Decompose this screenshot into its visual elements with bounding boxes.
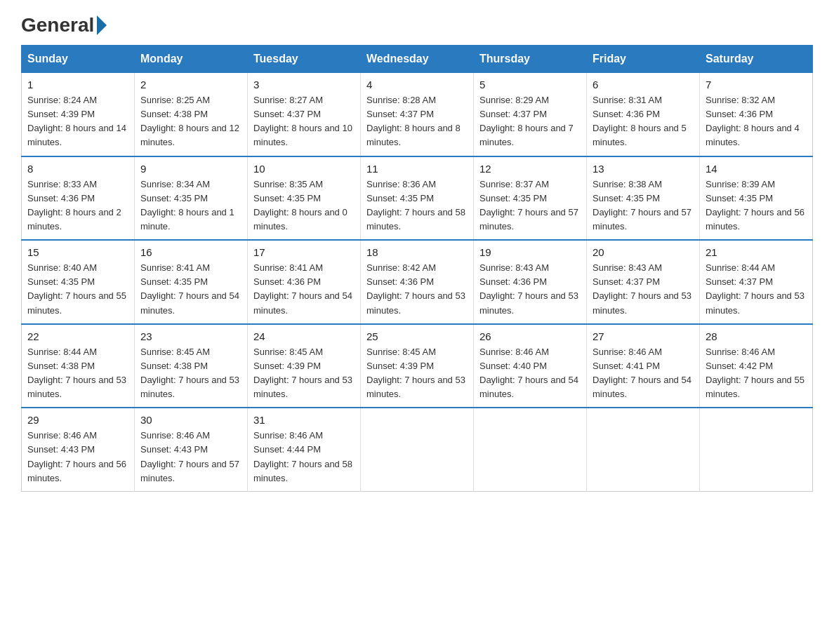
table-cell: 9 Sunrise: 8:34 AM Sunset: 4:35 PM Dayli…	[135, 156, 248, 241]
header-tuesday: Tuesday	[248, 46, 361, 73]
table-cell: 10 Sunrise: 8:35 AM Sunset: 4:35 PM Dayl…	[248, 156, 361, 241]
day-info: Sunrise: 8:43 AM Sunset: 4:36 PM Dayligh…	[479, 261, 581, 318]
day-number: 16	[140, 246, 241, 258]
day-number: 19	[479, 246, 581, 258]
table-cell: 12 Sunrise: 8:37 AM Sunset: 4:35 PM Dayl…	[474, 156, 587, 241]
table-cell: 17 Sunrise: 8:41 AM Sunset: 4:36 PM Dayl…	[248, 240, 361, 324]
table-cell: 15 Sunrise: 8:40 AM Sunset: 4:35 PM Dayl…	[22, 240, 135, 324]
day-number: 20	[593, 246, 694, 258]
table-cell: 24 Sunrise: 8:45 AM Sunset: 4:39 PM Dayl…	[248, 324, 361, 408]
day-info: Sunrise: 8:29 AM Sunset: 4:37 PM Dayligh…	[479, 93, 581, 150]
table-cell	[474, 408, 587, 491]
table-cell: 16 Sunrise: 8:41 AM Sunset: 4:35 PM Dayl…	[135, 240, 248, 324]
day-info: Sunrise: 8:37 AM Sunset: 4:35 PM Dayligh…	[479, 177, 581, 234]
day-info: Sunrise: 8:33 AM Sunset: 4:36 PM Dayligh…	[27, 177, 128, 234]
week-row-3: 15 Sunrise: 8:40 AM Sunset: 4:35 PM Dayl…	[22, 240, 813, 324]
day-info: Sunrise: 8:28 AM Sunset: 4:37 PM Dayligh…	[366, 93, 468, 150]
table-cell: 1 Sunrise: 8:24 AM Sunset: 4:39 PM Dayli…	[22, 73, 135, 156]
day-number: 28	[706, 330, 807, 342]
day-info: Sunrise: 8:44 AM Sunset: 4:38 PM Dayligh…	[27, 345, 128, 402]
table-cell: 11 Sunrise: 8:36 AM Sunset: 4:35 PM Dayl…	[361, 156, 474, 241]
day-number: 6	[593, 79, 694, 90]
table-cell: 2 Sunrise: 8:25 AM Sunset: 4:38 PM Dayli…	[135, 73, 248, 156]
header-friday: Friday	[587, 46, 700, 73]
day-number: 17	[253, 246, 355, 258]
day-info: Sunrise: 8:46 AM Sunset: 4:40 PM Dayligh…	[479, 345, 581, 402]
day-info: Sunrise: 8:42 AM Sunset: 4:36 PM Dayligh…	[366, 261, 468, 318]
day-number: 23	[140, 330, 241, 342]
table-cell: 6 Sunrise: 8:31 AM Sunset: 4:36 PM Dayli…	[587, 73, 700, 156]
calendar-table: SundayMondayTuesdayWednesdayThursdayFrid…	[21, 45, 813, 492]
table-cell: 21 Sunrise: 8:44 AM Sunset: 4:37 PM Dayl…	[700, 240, 813, 324]
day-number: 10	[253, 163, 355, 175]
week-row-5: 29 Sunrise: 8:46 AM Sunset: 4:43 PM Dayl…	[22, 408, 813, 491]
day-number: 26	[479, 330, 581, 342]
day-number: 21	[706, 246, 807, 258]
table-cell: 19 Sunrise: 8:43 AM Sunset: 4:36 PM Dayl…	[474, 240, 587, 324]
day-info: Sunrise: 8:45 AM Sunset: 4:38 PM Dayligh…	[140, 345, 241, 402]
day-number: 27	[593, 330, 694, 342]
day-number: 2	[140, 79, 241, 90]
day-info: Sunrise: 8:46 AM Sunset: 4:42 PM Dayligh…	[706, 345, 807, 402]
day-number: 11	[366, 163, 468, 175]
table-cell	[587, 408, 700, 491]
day-number: 7	[706, 79, 807, 90]
day-number: 15	[27, 246, 128, 258]
day-info: Sunrise: 8:36 AM Sunset: 4:35 PM Dayligh…	[366, 177, 468, 234]
calendar-header-row: SundayMondayTuesdayWednesdayThursdayFrid…	[22, 46, 813, 73]
logo-triangle-icon	[97, 15, 107, 35]
day-info: Sunrise: 8:25 AM Sunset: 4:38 PM Dayligh…	[140, 93, 241, 150]
table-cell	[361, 408, 474, 491]
day-info: Sunrise: 8:45 AM Sunset: 4:39 PM Dayligh…	[366, 345, 468, 402]
day-number: 3	[253, 79, 355, 90]
day-info: Sunrise: 8:41 AM Sunset: 4:35 PM Dayligh…	[140, 261, 241, 318]
table-cell: 20 Sunrise: 8:43 AM Sunset: 4:37 PM Dayl…	[587, 240, 700, 324]
day-number: 5	[479, 79, 581, 90]
day-number: 1	[27, 79, 128, 90]
day-number: 13	[593, 163, 694, 175]
week-row-4: 22 Sunrise: 8:44 AM Sunset: 4:38 PM Dayl…	[22, 324, 813, 408]
day-number: 18	[366, 246, 468, 258]
day-number: 30	[140, 414, 241, 426]
day-info: Sunrise: 8:27 AM Sunset: 4:37 PM Dayligh…	[253, 93, 355, 150]
day-info: Sunrise: 8:31 AM Sunset: 4:36 PM Dayligh…	[593, 93, 694, 150]
table-cell: 26 Sunrise: 8:46 AM Sunset: 4:40 PM Dayl…	[474, 324, 587, 408]
day-number: 29	[27, 414, 128, 426]
table-cell: 4 Sunrise: 8:28 AM Sunset: 4:37 PM Dayli…	[361, 73, 474, 156]
logo-general-text: General	[21, 14, 94, 36]
header-saturday: Saturday	[700, 46, 813, 73]
table-cell: 8 Sunrise: 8:33 AM Sunset: 4:36 PM Dayli…	[22, 156, 135, 241]
day-number: 24	[253, 330, 355, 342]
table-cell: 3 Sunrise: 8:27 AM Sunset: 4:37 PM Dayli…	[248, 73, 361, 156]
table-cell: 7 Sunrise: 8:32 AM Sunset: 4:36 PM Dayli…	[700, 73, 813, 156]
day-info: Sunrise: 8:43 AM Sunset: 4:37 PM Dayligh…	[593, 261, 694, 318]
header-thursday: Thursday	[474, 46, 587, 73]
day-number: 4	[366, 79, 468, 90]
day-info: Sunrise: 8:41 AM Sunset: 4:36 PM Dayligh…	[253, 261, 355, 318]
table-cell	[700, 408, 813, 491]
day-info: Sunrise: 8:24 AM Sunset: 4:39 PM Dayligh…	[27, 93, 128, 150]
week-row-2: 8 Sunrise: 8:33 AM Sunset: 4:36 PM Dayli…	[22, 156, 813, 241]
day-number: 12	[479, 163, 581, 175]
page-header: General	[21, 14, 813, 31]
day-number: 22	[27, 330, 128, 342]
day-info: Sunrise: 8:46 AM Sunset: 4:43 PM Dayligh…	[140, 429, 241, 485]
table-cell: 30 Sunrise: 8:46 AM Sunset: 4:43 PM Dayl…	[135, 408, 248, 491]
day-info: Sunrise: 8:39 AM Sunset: 4:35 PM Dayligh…	[706, 177, 807, 234]
day-info: Sunrise: 8:46 AM Sunset: 4:44 PM Dayligh…	[253, 429, 355, 485]
table-cell: 14 Sunrise: 8:39 AM Sunset: 4:35 PM Dayl…	[700, 156, 813, 241]
table-cell: 13 Sunrise: 8:38 AM Sunset: 4:35 PM Dayl…	[587, 156, 700, 241]
day-info: Sunrise: 8:44 AM Sunset: 4:37 PM Dayligh…	[706, 261, 807, 318]
header-monday: Monday	[135, 46, 248, 73]
day-info: Sunrise: 8:40 AM Sunset: 4:35 PM Dayligh…	[27, 261, 128, 318]
table-cell: 29 Sunrise: 8:46 AM Sunset: 4:43 PM Dayl…	[22, 408, 135, 491]
table-cell: 23 Sunrise: 8:45 AM Sunset: 4:38 PM Dayl…	[135, 324, 248, 408]
header-wednesday: Wednesday	[361, 46, 474, 73]
table-cell: 28 Sunrise: 8:46 AM Sunset: 4:42 PM Dayl…	[700, 324, 813, 408]
day-info: Sunrise: 8:32 AM Sunset: 4:36 PM Dayligh…	[706, 93, 807, 150]
table-cell: 27 Sunrise: 8:46 AM Sunset: 4:41 PM Dayl…	[587, 324, 700, 408]
day-info: Sunrise: 8:46 AM Sunset: 4:43 PM Dayligh…	[27, 429, 128, 485]
day-info: Sunrise: 8:34 AM Sunset: 4:35 PM Dayligh…	[140, 177, 241, 234]
table-cell: 5 Sunrise: 8:29 AM Sunset: 4:37 PM Dayli…	[474, 73, 587, 156]
day-number: 31	[253, 414, 355, 426]
